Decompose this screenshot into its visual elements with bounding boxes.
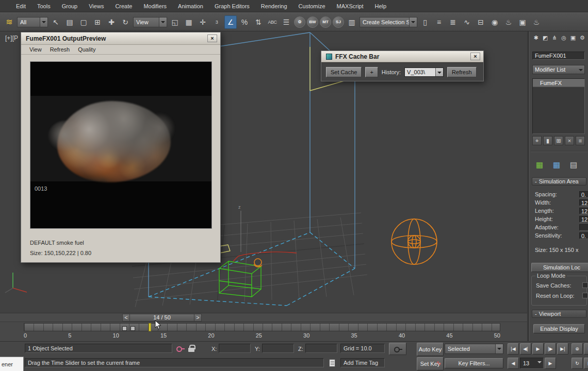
percent-snap-icon[interactable]: %: [238, 15, 251, 29]
dropdown-arrow-icon[interactable]: [577, 65, 584, 74]
menu-item[interactable]: Graph Editors: [209, 0, 255, 12]
key-marker[interactable]: [130, 326, 135, 331]
dropdown-arrow-icon[interactable]: [435, 68, 443, 76]
track-bar[interactable]: 05101520253035404550: [0, 322, 527, 341]
menu-item[interactable]: Rendering: [255, 0, 293, 12]
select-and-move-icon[interactable]: ✚: [105, 15, 118, 29]
zoom-extents-icon[interactable]: ⊞: [584, 343, 588, 355]
snaps-toggle-icon[interactable]: 3: [210, 15, 223, 29]
mirror-icon[interactable]: ▥: [346, 15, 358, 29]
menu-item[interactable]: Create: [109, 0, 138, 12]
param-field[interactable]: 0.: [579, 232, 588, 239]
menu-item[interactable]: Edit: [10, 0, 31, 12]
configure-modifier-icon[interactable]: ≡: [576, 136, 585, 145]
default-tangent-icon[interactable]: ∿: [436, 359, 442, 367]
z-coordinate-field[interactable]: [305, 344, 337, 353]
menu-item[interactable]: Group: [56, 0, 84, 12]
x-coordinate-field[interactable]: [219, 344, 251, 353]
lock-icon[interactable]: [188, 344, 195, 352]
curve-editor-icon[interactable]: ∿: [461, 15, 473, 29]
next-key-icon[interactable]: |▶: [545, 343, 556, 355]
material-editor-icon[interactable]: ◉: [488, 15, 501, 29]
motion-tab-icon[interactable]: ◎: [560, 33, 568, 42]
menu-item[interactable]: Help: [369, 0, 393, 12]
selection-lock-key-icon[interactable]: [176, 345, 185, 353]
close-icon[interactable]: ×: [207, 35, 217, 42]
pin-stack-icon[interactable]: ⌖: [532, 136, 542, 145]
auto-key-button[interactable]: Auto Key: [417, 343, 444, 356]
add-time-tag[interactable]: Add Time Tag: [340, 358, 385, 367]
preview-menu-item[interactable]: View: [26, 46, 45, 53]
hierarchy-tab-icon[interactable]: ⋔: [550, 33, 559, 42]
dropdown-arrow-icon[interactable]: [40, 18, 47, 27]
previous-frame-icon[interactable]: ◀: [508, 358, 519, 369]
zoom-icon[interactable]: ⊕: [571, 343, 583, 355]
viewport-label[interactable]: [+][P: [5, 35, 18, 42]
fumefx-simulation-icon[interactable]: ▦: [552, 160, 561, 170]
selection-filter-select[interactable]: All: [17, 17, 48, 27]
menu-item[interactable]: MAXScript: [331, 0, 369, 12]
play-icon[interactable]: ▶: [532, 343, 544, 355]
ffx-cache-bar-titlebar[interactable]: FFX Cache Bar ×: [321, 51, 483, 62]
round-gear-icon[interactable]: ⚙: [294, 16, 305, 28]
show-end-result-icon[interactable]: ▮: [543, 136, 552, 145]
sphere-gizmo[interactable]: [391, 219, 437, 264]
previous-key-icon[interactable]: ◀|: [520, 343, 531, 355]
preview-menu-item[interactable]: Quality: [74, 46, 99, 53]
sj-badge-icon[interactable]: SJ: [333, 16, 344, 28]
spinner-snap-icon[interactable]: ⇅: [252, 15, 265, 29]
enable-display-button[interactable]: Enable Display: [533, 324, 585, 333]
object-name-field[interactable]: FumeFX001: [532, 52, 585, 60]
go-to-end-icon[interactable]: ▶|: [557, 343, 568, 355]
window-crossing-icon[interactable]: ⊞: [91, 15, 104, 29]
set-cache-button[interactable]: Set Cache: [326, 67, 362, 77]
set-key-mode-button[interactable]: [389, 343, 406, 355]
edit-selection-sets-icon[interactable]: ☰: [280, 15, 292, 29]
current-frame-marker[interactable]: [149, 323, 151, 331]
dropdown-arrow-icon[interactable]: [159, 18, 167, 27]
bw-badge-icon[interactable]: BW: [307, 16, 318, 28]
select-and-scale-icon[interactable]: ◱: [169, 15, 181, 29]
use-pivot-center-icon[interactable]: ▦: [183, 15, 195, 29]
align-icon[interactable]: ▯: [419, 15, 431, 29]
reset-on-loop-checkbox[interactable]: [582, 293, 588, 298]
named-selection-icon[interactable]: ABC: [266, 15, 279, 29]
rollout-viewport[interactable]: - Viewport: [532, 310, 586, 318]
time-slider[interactable]: < 14 / 50 >: [0, 313, 527, 322]
select-by-name-icon[interactable]: ▤: [63, 15, 76, 29]
rendered-frame-icon[interactable]: ▣: [516, 15, 529, 29]
rollout-simulation-area[interactable]: - Simulation Area: [532, 177, 586, 185]
wave-icon[interactable]: ≋: [3, 15, 15, 29]
modifier-stack[interactable]: FumeFX: [532, 78, 585, 134]
menu-item[interactable]: Animation: [172, 0, 209, 12]
create-selection-set-select[interactable]: Create Selection Se: [360, 17, 417, 27]
preview-menu-item[interactable]: Refresh: [46, 46, 74, 53]
simulation-loc-button[interactable]: Simulation Loc: [531, 263, 588, 272]
rectangular-selection-icon[interactable]: ▢: [77, 15, 90, 29]
key-filters-button[interactable]: Key Filters...: [445, 358, 503, 368]
display-tab-icon[interactable]: ▣: [569, 33, 577, 42]
maximize-viewport-icon[interactable]: ▦: [584, 358, 588, 369]
menu-item[interactable]: Views: [83, 0, 109, 12]
fumefx-general-icon[interactable]: ▦: [535, 160, 544, 170]
refresh-button[interactable]: Refresh: [447, 67, 477, 77]
go-to-start-icon[interactable]: |◀: [508, 343, 519, 355]
param-field[interactable]: [579, 224, 588, 231]
next-frame-icon[interactable]: ▶: [545, 358, 556, 369]
mt-badge-icon[interactable]: MT: [320, 16, 331, 28]
modifier-list-select[interactable]: Modifier List: [532, 65, 585, 74]
render-production-icon[interactable]: ♨: [530, 15, 543, 29]
menu-item[interactable]: Tools: [31, 0, 56, 12]
history-select[interactable]: V_003\: [404, 68, 444, 77]
create-tab-icon[interactable]: ✱: [532, 33, 540, 42]
note-page-icon[interactable]: [329, 359, 335, 367]
key-selection-select[interactable]: Selected: [445, 344, 503, 354]
param-field[interactable]: 12: [579, 199, 588, 206]
key-marker[interactable]: [122, 326, 127, 331]
remove-modifier-icon[interactable]: ×: [565, 136, 574, 145]
render-setup-icon[interactable]: ♨: [502, 15, 515, 29]
select-and-rotate-icon[interactable]: ↻: [119, 15, 132, 29]
reference-coordinate-select[interactable]: View: [133, 17, 167, 27]
previous-frame-button[interactable]: <: [122, 314, 130, 322]
track-bar-ruler[interactable]: [24, 323, 500, 331]
